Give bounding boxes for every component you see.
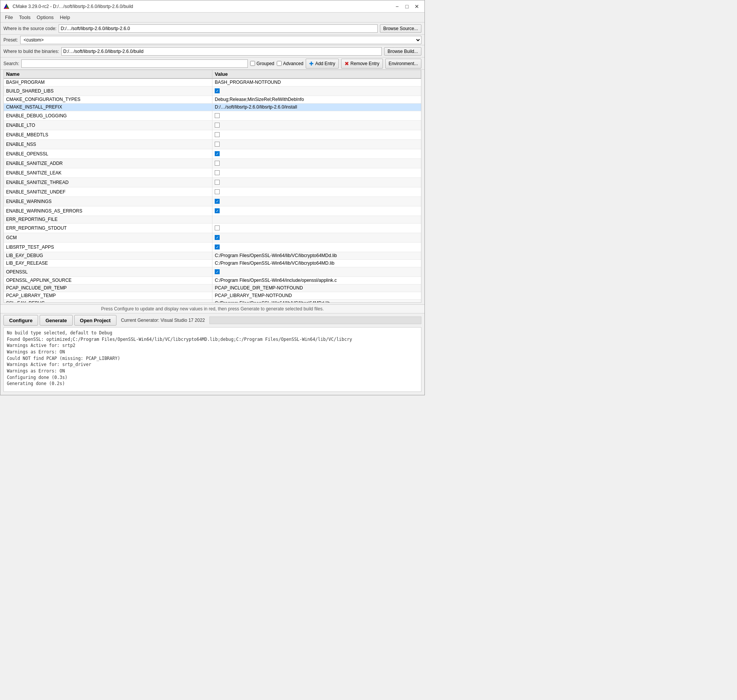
minimize-button[interactable]: −	[392, 2, 402, 11]
main-table: Name Value BASH_PROGRAMBASH_PROGRAM-NOTF…	[4, 70, 421, 303]
table-cell-value[interactable]: ✓	[212, 86, 421, 96]
col-name-header: Name	[4, 70, 212, 78]
table-row[interactable]: CMAKE_CONFIGURATION_TYPESDebug;Release;M…	[4, 96, 421, 103]
table-cell-value[interactable]: ✓	[212, 233, 421, 242]
table-cell-value[interactable]	[212, 187, 421, 197]
environment-button[interactable]: Environment...	[385, 59, 421, 69]
table-row[interactable]: BASH_PROGRAMBASH_PROGRAM-NOTFOUND	[4, 78, 421, 86]
browse-source-button[interactable]: Browse Source...	[380, 24, 421, 33]
table-row[interactable]: BUILD_SHARED_LIBS✓	[4, 86, 421, 96]
maximize-button[interactable]: □	[402, 2, 412, 11]
checkbox-unchecked[interactable]	[215, 113, 220, 118]
table-cell-value[interactable]	[212, 158, 421, 168]
table-row[interactable]: ENABLE_SANITIZE_LEAK	[4, 168, 421, 177]
menu-file[interactable]: File	[2, 14, 16, 21]
checkbox-unchecked[interactable]	[215, 123, 220, 128]
menu-help[interactable]: Help	[57, 14, 73, 21]
table-cell-value[interactable]	[212, 177, 421, 187]
open-project-button[interactable]: Open Project	[74, 315, 116, 326]
search-label: Search:	[3, 61, 19, 66]
table-cell-value[interactable]: ✓	[212, 149, 421, 158]
table-cell-value[interactable]: ✓	[212, 206, 421, 216]
generate-button[interactable]: Generate	[40, 315, 72, 326]
checkbox-checked[interactable]: ✓	[215, 208, 220, 213]
table-row[interactable]: ENABLE_MBEDTLS	[4, 130, 421, 139]
table-row[interactable]: OPENSSL✓	[4, 267, 421, 276]
table-cell-value: C:/Program Files/OpenSSL-Win64/lib/VC/li…	[212, 299, 421, 303]
table-cell-value[interactable]	[212, 130, 421, 139]
table-cell-value[interactable]	[212, 120, 421, 130]
browse-build-button[interactable]: Browse Build...	[384, 47, 421, 56]
checkbox-unchecked[interactable]	[215, 189, 220, 194]
checkbox-unchecked[interactable]	[215, 225, 220, 230]
checkbox-checked[interactable]: ✓	[215, 269, 220, 274]
grouped-checkbox[interactable]	[250, 61, 255, 66]
checkbox-checked[interactable]: ✓	[215, 245, 220, 249]
table-cell-value[interactable]: ✓	[212, 267, 421, 276]
table-row[interactable]: ENABLE_WARNINGS✓	[4, 197, 421, 206]
table-row[interactable]: ERR_REPORTING_STDOUT	[4, 223, 421, 233]
table-cell-value[interactable]	[212, 139, 421, 149]
configure-button[interactable]: Configure	[3, 315, 38, 326]
main-table-container[interactable]: Name Value BASH_PROGRAMBASH_PROGRAM-NOTF…	[3, 70, 421, 303]
table-cell-value[interactable]	[212, 111, 421, 120]
grouped-label[interactable]: Grouped	[250, 61, 274, 66]
table-cell-value: Debug;Release;MinSizeRel;RelWithDebInfo	[212, 96, 421, 103]
table-row[interactable]: ENABLE_NSS	[4, 139, 421, 149]
preset-select[interactable]: <custom>	[20, 36, 421, 44]
close-button[interactable]: ✕	[412, 2, 421, 11]
table-row[interactable]: PCAP_LIBRARY_TEMPPCAP_LIBRARY_TEMP-NOTFO…	[4, 292, 421, 299]
table-row[interactable]: OPENSSL_APPLINK_SOURCEC:/Program Files/O…	[4, 276, 421, 284]
checkbox-unchecked[interactable]	[215, 142, 220, 147]
table-cell-value: D:/…/soft/libsrtp-2.6.0/libsrtp-2.6.0/in…	[212, 103, 421, 111]
remove-entry-button[interactable]: ✖ Remove Entry	[341, 59, 383, 69]
table-cell-name: ENABLE_MBEDTLS	[4, 130, 212, 139]
advanced-label[interactable]: Advanced	[277, 61, 303, 66]
table-row[interactable]: GCM✓	[4, 233, 421, 242]
advanced-checkbox[interactable]	[277, 61, 282, 66]
table-row[interactable]: LIB_EAY_DEBUGC:/Program Files/OpenSSL-Wi…	[4, 252, 421, 259]
table-cell-value[interactable]	[212, 168, 421, 177]
remove-icon: ✖	[345, 61, 349, 67]
table-header: Name Value	[4, 70, 421, 78]
output-line: Configuring done (0.3s)	[7, 374, 418, 381]
table-row[interactable]: LIBSRTP_TEST_APPS✓	[4, 242, 421, 252]
table-cell-name: BUILD_SHARED_LIBS	[4, 86, 212, 96]
table-row[interactable]: SSL_EAY_DEBUGC:/Program Files/OpenSSL-Wi…	[4, 299, 421, 303]
table-cell-name: BASH_PROGRAM	[4, 78, 212, 86]
build-input[interactable]	[61, 47, 382, 56]
table-row[interactable]: ERR_REPORTING_FILE	[4, 216, 421, 223]
source-input[interactable]	[59, 24, 377, 33]
table-cell-value[interactable]	[212, 223, 421, 233]
table-row[interactable]: ENABLE_SANITIZE_ADDR	[4, 158, 421, 168]
checkbox-checked[interactable]: ✓	[215, 199, 220, 204]
checkbox-checked[interactable]: ✓	[215, 88, 220, 93]
table-row[interactable]: PCAP_INCLUDE_DIR_TEMPPCAP_INCLUDE_DIR_TE…	[4, 284, 421, 292]
checkbox-unchecked[interactable]	[215, 132, 220, 137]
table-row[interactable]: CMAKE_INSTALL_PREFIXD:/…/soft/libsrtp-2.…	[4, 103, 421, 111]
table-cell-name: ENABLE_SANITIZE_UNDEF	[4, 187, 212, 197]
output-area[interactable]: No build type selected, default to Debug…	[3, 327, 421, 392]
search-input[interactable]	[21, 59, 247, 68]
table-row[interactable]: ENABLE_LTO	[4, 120, 421, 130]
checkbox-unchecked[interactable]	[215, 161, 220, 166]
table-row[interactable]: ENABLE_DEBUG_LOGGING	[4, 111, 421, 120]
table-row[interactable]: ENABLE_WARNINGS_AS_ERRORS✓	[4, 206, 421, 216]
table-cell-name: ENABLE_SANITIZE_THREAD	[4, 177, 212, 187]
checkbox-unchecked[interactable]	[215, 170, 220, 175]
add-entry-button[interactable]: ✚ Add Entry	[306, 59, 339, 69]
table-cell-value[interactable]: ✓	[212, 242, 421, 252]
menu-options[interactable]: Options	[34, 14, 57, 21]
menu-bar: File Tools Options Help	[0, 13, 424, 22]
table-cell-name: ENABLE_DEBUG_LOGGING	[4, 111, 212, 120]
table-cell-name: ENABLE_SANITIZE_LEAK	[4, 168, 212, 177]
checkbox-unchecked[interactable]	[215, 180, 220, 185]
table-row[interactable]: ENABLE_OPENSSL✓	[4, 149, 421, 158]
table-row[interactable]: ENABLE_SANITIZE_THREAD	[4, 177, 421, 187]
checkbox-checked[interactable]: ✓	[215, 151, 220, 156]
checkbox-checked[interactable]: ✓	[215, 235, 220, 240]
table-row[interactable]: ENABLE_SANITIZE_UNDEF	[4, 187, 421, 197]
menu-tools[interactable]: Tools	[16, 14, 34, 21]
table-cell-value[interactable]: ✓	[212, 197, 421, 206]
table-row[interactable]: LIB_EAY_RELEASEC:/Program Files/OpenSSL-…	[4, 259, 421, 267]
